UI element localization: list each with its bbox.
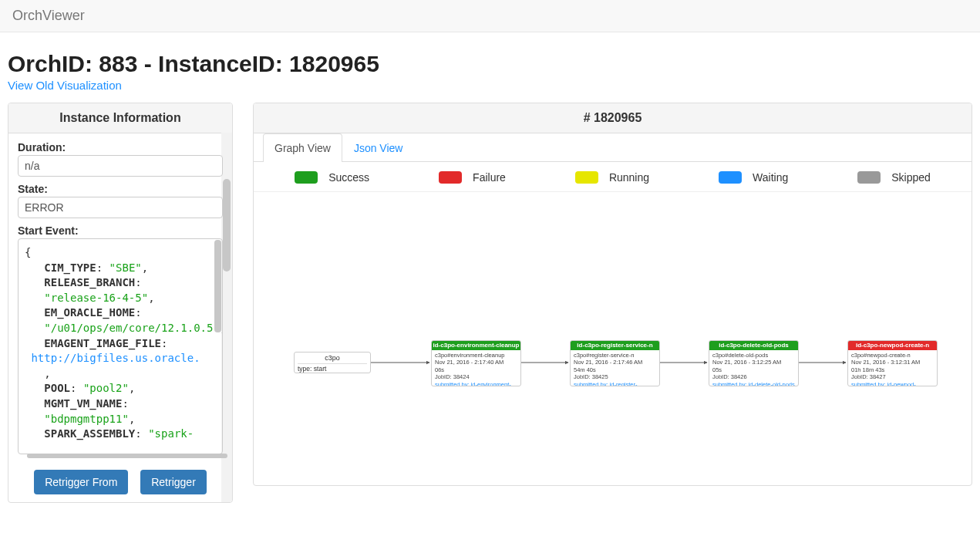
node-bar: id-c3po-environment-cleanup bbox=[432, 341, 520, 350]
node-submitted: submitted by: id-delete-old-pods bbox=[712, 381, 795, 387]
graph-edges bbox=[254, 192, 972, 485]
legend-failure-label: Failure bbox=[473, 171, 506, 184]
view-tabs: Graph View Json View bbox=[254, 133, 972, 162]
node-line2: Nov 21, 2016 - 2:17:46 AM bbox=[574, 359, 656, 366]
node-line1: c3po#register-service-n bbox=[574, 352, 656, 359]
node-submitted: submitted by: id-register-service-n bbox=[574, 381, 656, 387]
tab-json-view[interactable]: Json View bbox=[342, 133, 415, 162]
legend-failure: Failure bbox=[439, 171, 506, 184]
retrigger-button[interactable]: Retrigger bbox=[140, 470, 207, 494]
node-bar: id-c3po-register-service-n bbox=[571, 341, 659, 350]
node-line1: c3po#delete-old-pods bbox=[712, 352, 795, 359]
graph-panel: # 1820965 Graph View Json View Success F… bbox=[253, 103, 972, 486]
graph-panel-title: # 1820965 bbox=[254, 103, 972, 133]
legend-skipped: Skipped bbox=[857, 171, 931, 184]
swatch-running bbox=[575, 171, 598, 184]
node-line4: JobID: 38425 bbox=[574, 373, 656, 380]
tab-graph-view[interactable]: Graph View bbox=[263, 133, 342, 162]
node-line1: c3po#environment-cleanup bbox=[435, 352, 517, 359]
page-title: OrchID: 883 - InstanceID: 1820965 bbox=[8, 51, 972, 77]
node-line3: 54m 40s bbox=[574, 366, 656, 373]
start-event-label: Start Event: bbox=[18, 224, 223, 237]
start-event-json[interactable]: { CIM_TYPE: "SBE", RELEASE_BRANCH: "rele… bbox=[18, 238, 223, 454]
legend-success-label: Success bbox=[328, 171, 369, 184]
instance-info-panel: Instance Information Duration: State: St… bbox=[8, 103, 233, 503]
swatch-waiting bbox=[719, 171, 742, 184]
legend-running: Running bbox=[575, 171, 649, 184]
node-line4: JobID: 38427 bbox=[851, 373, 934, 380]
node-line1: c3po#newpod-create-n bbox=[851, 352, 934, 359]
node-submitted: submitted by: id-environment-cleanup bbox=[435, 381, 517, 387]
node-line2: Nov 21, 2016 - 2:17:40 AM bbox=[435, 359, 517, 366]
graph-node-start[interactable]: c3po type: start bbox=[294, 352, 371, 373]
start-node-type: type: start bbox=[298, 365, 367, 373]
graph-canvas[interactable]: c3po type: start id-c3po-environment-cle… bbox=[254, 192, 972, 485]
node-line3: 01h 18m 43s bbox=[851, 366, 934, 373]
graph-node-environment-cleanup[interactable]: id-c3po-environment-cleanup c3po#environ… bbox=[431, 340, 521, 386]
swatch-failure bbox=[439, 171, 462, 184]
app-topbar: OrchViewer bbox=[0, 0, 980, 32]
duration-input[interactable] bbox=[18, 155, 223, 177]
legend-running-label: Running bbox=[609, 171, 649, 184]
node-bar: id-c3po-newpod-create-n bbox=[848, 341, 937, 350]
status-legend: Success Failure Running Waiting Skipped bbox=[254, 162, 972, 192]
node-submitted: submitted by: id-newpod-create-n bbox=[851, 381, 934, 387]
node-line2: Nov 21, 2016 - 3:12:25 AM bbox=[712, 359, 795, 366]
swatch-skipped bbox=[857, 171, 881, 184]
node-bar: id-c3po-delete-old-pods bbox=[709, 341, 798, 350]
node-line4: JobID: 38426 bbox=[712, 373, 795, 380]
graph-node-register-service[interactable]: id-c3po-register-service-n c3po#register… bbox=[570, 340, 660, 386]
state-input[interactable] bbox=[18, 197, 223, 218]
swatch-success bbox=[295, 171, 318, 184]
instance-info-title: Instance Information bbox=[8, 103, 232, 133]
duration-label: Duration: bbox=[18, 141, 223, 153]
node-line4: JobID: 38424 bbox=[435, 373, 517, 380]
legend-success: Success bbox=[295, 171, 369, 184]
legend-waiting-label: Waiting bbox=[753, 171, 788, 184]
left-panel-hscroll-thumb[interactable] bbox=[27, 454, 227, 458]
node-line3: 06s bbox=[435, 366, 517, 373]
legend-skipped-label: Skipped bbox=[891, 171, 931, 184]
view-old-visualization-link[interactable]: View Old Visualization bbox=[8, 79, 122, 92]
start-node-title: c3po bbox=[298, 354, 367, 364]
legend-waiting: Waiting bbox=[719, 171, 788, 184]
json-scrollbar-thumb[interactable] bbox=[214, 240, 221, 332]
graph-node-delete-old-pods[interactable]: id-c3po-delete-old-pods c3po#delete-old-… bbox=[709, 340, 799, 386]
node-line2: Nov 21, 2016 - 3:12:31 AM bbox=[851, 359, 934, 366]
retrigger-from-button[interactable]: Retrigger From bbox=[34, 470, 128, 494]
node-line3: 05s bbox=[712, 366, 795, 373]
state-label: State: bbox=[18, 183, 223, 195]
app-brand[interactable]: OrchViewer bbox=[12, 8, 85, 23]
graph-node-newpod-create[interactable]: id-c3po-newpod-create-n c3po#newpod-crea… bbox=[847, 340, 938, 386]
